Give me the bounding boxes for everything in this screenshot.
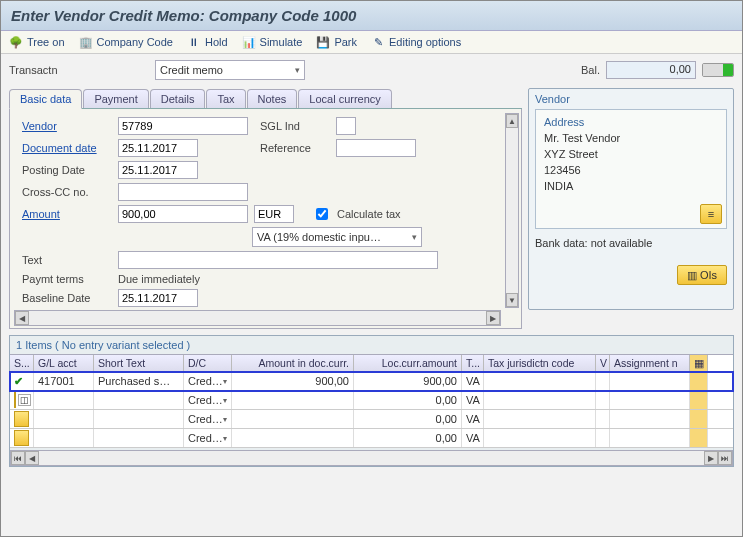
amount-input[interactable]: [118, 205, 248, 223]
address-detail-button[interactable]: ≡: [700, 204, 722, 224]
vendor-input[interactable]: [118, 117, 248, 135]
tab-notes[interactable]: Notes: [247, 89, 298, 108]
vendor-label[interactable]: Vendor: [22, 120, 112, 132]
tax-cell[interactable]: VA: [462, 372, 484, 390]
tab-horizontal-scrollbar[interactable]: ◀ ▶: [14, 310, 501, 326]
tax-code-dropdown[interactable]: VA (19% domestic inpu…: [252, 227, 422, 247]
tax-cell[interactable]: VA: [462, 429, 484, 447]
table-row[interactable]: ◫Cred…▾0,00VA: [10, 391, 733, 410]
chevron-down-icon[interactable]: ▾: [223, 396, 227, 405]
row-status-cell[interactable]: ◫: [10, 391, 34, 409]
short-text-cell[interactable]: [94, 429, 184, 447]
dc-cell[interactable]: Cred…▾: [184, 410, 232, 428]
dc-cell[interactable]: Cred…▾: [184, 429, 232, 447]
chevron-down-icon[interactable]: ▾: [223, 377, 227, 386]
col-amount-doc[interactable]: Amount in doc.curr.: [232, 355, 354, 371]
assignment-cell[interactable]: [610, 372, 690, 390]
col-v[interactable]: V: [596, 355, 610, 371]
tab-basic-data[interactable]: Basic data: [9, 89, 82, 109]
col-loc-amount[interactable]: Loc.curr.amount: [354, 355, 462, 371]
grid-scroll-first-icon[interactable]: ⏮: [11, 451, 25, 465]
grid-scroll-last-icon[interactable]: ⏭: [718, 451, 732, 465]
postdate-input[interactable]: [118, 161, 198, 179]
dc-cell[interactable]: Cred…▾: [184, 391, 232, 409]
tax-jur-cell[interactable]: [484, 410, 596, 428]
park-button[interactable]: 💾 Park: [316, 35, 357, 49]
row-select-button[interactable]: [14, 411, 29, 427]
editing-options-button[interactable]: ✎ Editing options: [371, 35, 461, 49]
baseline-date-input[interactable]: [118, 289, 198, 307]
v-cell[interactable]: [596, 410, 610, 428]
ois-button[interactable]: ▥ OIs: [677, 265, 727, 285]
col-tax[interactable]: T...: [462, 355, 484, 371]
gl-acct-cell[interactable]: [34, 410, 94, 428]
tax-jur-cell[interactable]: [484, 429, 596, 447]
v-cell[interactable]: [596, 429, 610, 447]
company-code-button[interactable]: 🏢 Company Code: [79, 35, 173, 49]
col-status[interactable]: S...: [10, 355, 34, 371]
currency-input[interactable]: [254, 205, 294, 223]
amount-label[interactable]: Amount: [22, 208, 112, 220]
chevron-down-icon[interactable]: ▾: [223, 434, 227, 443]
row-status-cell[interactable]: ✔: [10, 372, 34, 390]
scroll-down-icon[interactable]: ▼: [506, 293, 518, 307]
tab-local-currency[interactable]: Local currency: [298, 89, 392, 108]
row-select-button[interactable]: [14, 392, 16, 408]
gl-acct-cell[interactable]: 417001: [34, 372, 94, 390]
short-text-cell[interactable]: [94, 410, 184, 428]
tax-jur-cell[interactable]: [484, 391, 596, 409]
col-tax-jurisdiction[interactable]: Tax jurisdictn code: [484, 355, 596, 371]
table-row[interactable]: Cred…▾0,00VA: [10, 410, 733, 429]
sgl-input[interactable]: [336, 117, 356, 135]
amount-doc-cell[interactable]: 900,00: [232, 372, 354, 390]
table-row[interactable]: Cred…▾0,00VA: [10, 429, 733, 448]
amount-doc-cell[interactable]: [232, 391, 354, 409]
loc-amount-cell[interactable]: 0,00: [354, 429, 462, 447]
grid-horizontal-scrollbar[interactable]: ⏮ ◀ ▶ ⏭: [10, 450, 733, 466]
value-help-icon[interactable]: ◫: [18, 394, 31, 406]
col-dc[interactable]: D/C: [184, 355, 232, 371]
row-status-cell[interactable]: [10, 410, 34, 428]
v-cell[interactable]: [596, 372, 610, 390]
tax-cell[interactable]: VA: [462, 391, 484, 409]
row-select-button[interactable]: [14, 430, 29, 446]
short-text-cell[interactable]: Purchased s…: [94, 372, 184, 390]
tax-cell[interactable]: VA: [462, 410, 484, 428]
gl-acct-cell[interactable]: [34, 391, 94, 409]
row-status-cell[interactable]: [10, 429, 34, 447]
gl-acct-cell[interactable]: [34, 429, 94, 447]
loc-amount-cell[interactable]: 900,00: [354, 372, 462, 390]
tab-tax[interactable]: Tax: [206, 89, 245, 108]
chevron-down-icon[interactable]: ▾: [223, 415, 227, 424]
docdate-label[interactable]: Document date: [22, 142, 112, 154]
docdate-input[interactable]: [118, 139, 198, 157]
loc-amount-cell[interactable]: 0,00: [354, 410, 462, 428]
loc-amount-cell[interactable]: 0,00: [354, 391, 462, 409]
scroll-right-icon[interactable]: ▶: [486, 311, 500, 325]
v-cell[interactable]: [596, 391, 610, 409]
tab-payment[interactable]: Payment: [83, 89, 148, 108]
tax-jur-cell[interactable]: [484, 372, 596, 390]
amount-doc-cell[interactable]: [232, 410, 354, 428]
text-input[interactable]: [118, 251, 438, 269]
grid-scroll-right-icon[interactable]: ▶: [704, 451, 718, 465]
dc-cell[interactable]: Cred…▾: [184, 372, 232, 390]
scroll-left-icon[interactable]: ◀: [15, 311, 29, 325]
calculate-tax-checkbox[interactable]: [316, 208, 328, 220]
hold-button[interactable]: ⏸ Hold: [187, 35, 228, 49]
assignment-cell[interactable]: [610, 391, 690, 409]
amount-doc-cell[interactable]: [232, 429, 354, 447]
scroll-up-icon[interactable]: ▲: [506, 114, 518, 128]
short-text-cell[interactable]: [94, 391, 184, 409]
tab-details[interactable]: Details: [150, 89, 206, 108]
col-assignment[interactable]: Assignment n: [610, 355, 690, 371]
simulate-button[interactable]: 📊 Simulate: [242, 35, 303, 49]
col-short-text[interactable]: Short Text: [94, 355, 184, 371]
col-config-button[interactable]: ▦: [690, 355, 708, 371]
tree-on-button[interactable]: 🌳 Tree on: [9, 35, 65, 49]
assignment-cell[interactable]: [610, 429, 690, 447]
assignment-cell[interactable]: [610, 410, 690, 428]
table-row[interactable]: ✔417001Purchased s…Cred…▾900,00900,00VA: [10, 372, 733, 391]
reference-input[interactable]: [336, 139, 416, 157]
crosscc-input[interactable]: [118, 183, 248, 201]
